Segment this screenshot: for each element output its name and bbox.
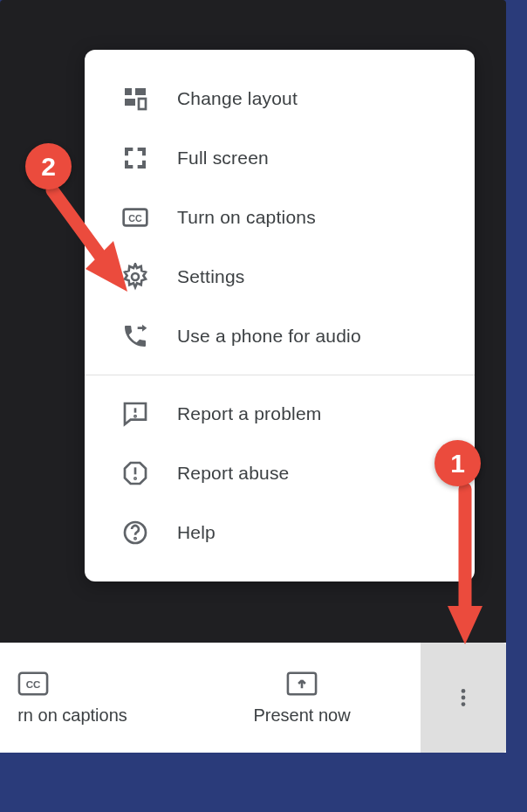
bar-more-button[interactable] — [421, 643, 506, 753]
menu-item-change-layout[interactable]: Change layout — [85, 69, 475, 128]
menu-item-label: Help — [177, 522, 216, 543]
svg-point-10 — [134, 478, 135, 478]
video-frame: Change layout Full screen CC Turn on cap… — [0, 0, 506, 753]
annotation-badge-1: 1 — [435, 440, 481, 486]
phone-forward-icon — [121, 322, 149, 350]
svg-point-18 — [462, 702, 466, 706]
layout-icon — [121, 85, 149, 113]
svg-point-17 — [462, 696, 466, 700]
annotation-badge-2: 2 — [25, 143, 72, 189]
badge-text: 1 — [450, 449, 465, 478]
bottom-bar: CC rn on captions Present now — [0, 643, 506, 753]
annotation-arrow-1 — [448, 482, 483, 650]
svg-rect-2 — [125, 99, 135, 106]
more-vertical-icon — [448, 685, 479, 711]
svg-line-19 — [52, 190, 105, 262]
captions-icon: CC — [17, 671, 49, 697]
svg-text:CC: CC — [26, 679, 41, 690]
menu-item-report-abuse[interactable]: Report abuse — [85, 444, 475, 503]
menu-item-help[interactable]: Help — [85, 503, 475, 562]
menu-item-settings[interactable]: Settings — [85, 247, 475, 306]
menu-item-label: Report a problem — [177, 403, 321, 424]
menu-item-captions[interactable]: CC Turn on captions — [85, 188, 475, 247]
menu-item-label: Report abuse — [177, 463, 289, 484]
svg-rect-1 — [135, 88, 146, 95]
fullscreen-icon — [121, 144, 149, 172]
present-icon — [286, 671, 318, 697]
menu-item-phone-audio[interactable]: Use a phone for audio — [85, 306, 475, 366]
menu-item-report-problem[interactable]: Report a problem — [85, 384, 475, 444]
menu-divider — [85, 375, 475, 375]
bar-captions-button[interactable]: CC rn on captions — [0, 643, 183, 753]
svg-rect-0 — [125, 88, 132, 95]
report-abuse-icon — [121, 459, 149, 487]
menu-item-full-screen[interactable]: Full screen — [85, 128, 475, 188]
menu-item-label: Full screen — [177, 148, 269, 169]
annotation-arrow-2 — [37, 182, 136, 295]
more-options-menu: Change layout Full screen CC Turn on cap… — [85, 50, 475, 581]
svg-point-8 — [134, 416, 135, 416]
svg-rect-3 — [139, 99, 146, 109]
bar-present-button[interactable]: Present now — [183, 643, 421, 753]
svg-point-16 — [462, 689, 466, 693]
feedback-icon — [121, 400, 149, 428]
bar-label: Present now — [253, 705, 350, 726]
help-icon — [121, 519, 149, 547]
menu-item-label: Settings — [177, 266, 244, 287]
menu-item-label: Change layout — [177, 88, 298, 109]
svg-marker-22 — [448, 606, 483, 644]
menu-item-label: Use a phone for audio — [177, 326, 361, 347]
menu-item-label: Turn on captions — [177, 207, 316, 228]
bar-label: rn on captions — [17, 705, 127, 726]
svg-point-12 — [134, 538, 135, 539]
badge-text: 2 — [41, 152, 56, 182]
